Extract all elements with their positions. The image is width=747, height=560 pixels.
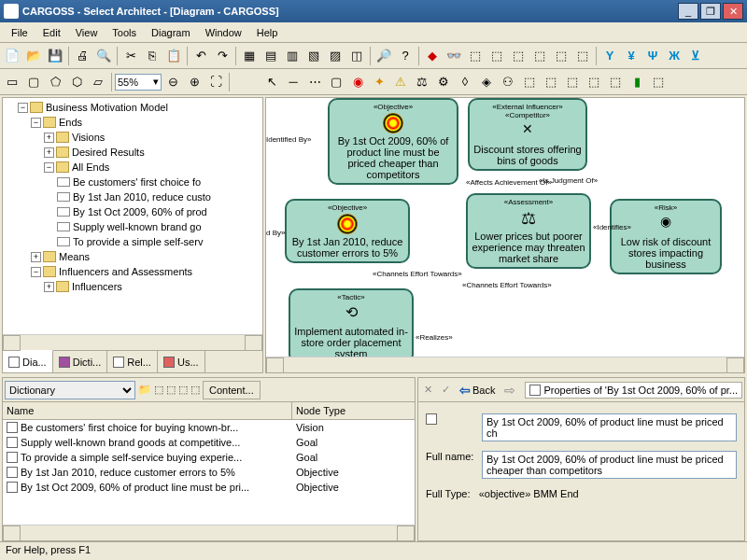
tree-infl[interactable]: Influencers and Assessments: [59, 264, 192, 279]
y1-icon[interactable]: Y: [599, 46, 620, 66]
ic5-icon[interactable]: ⬚: [519, 72, 540, 92]
pointer-icon[interactable]: ↖: [261, 72, 282, 92]
y5-icon[interactable]: ⊻: [685, 46, 706, 66]
zoom-combo[interactable]: 55%▾: [115, 74, 162, 91]
ic11-icon[interactable]: ⬚: [648, 72, 669, 92]
expand-icon[interactable]: +: [44, 147, 54, 158]
shape1-icon[interactable]: ▭: [2, 72, 22, 92]
node-tactic[interactable]: «Tactic» Implement automated in-store or…: [289, 288, 414, 364]
node-assessment[interactable]: «Assessment» Lower prices but poorer exp…: [466, 193, 591, 269]
help-icon[interactable]: ?: [395, 46, 416, 66]
t3-icon[interactable]: ▥: [282, 46, 303, 66]
ic3-icon[interactable]: ◈: [476, 72, 497, 92]
tree-allends[interactable]: All Ends: [72, 160, 109, 175]
name-field[interactable]: By 1st Oct 2009, 60% of product line mus…: [482, 413, 737, 441]
ic8-icon[interactable]: ⬚: [584, 72, 604, 92]
cut-icon[interactable]: ✂: [120, 46, 141, 66]
sort3-icon[interactable]: ⬚: [178, 384, 188, 396]
sort1-icon[interactable]: ⬚: [154, 384, 163, 396]
money-icon[interactable]: ▮: [627, 72, 647, 92]
tab-relations[interactable]: Rel...: [107, 351, 158, 372]
open-icon[interactable]: 📂: [23, 46, 44, 66]
scrollbar-h[interactable]: [3, 525, 415, 540]
node-risk[interactable]: «Risk» Low risk of discount stores impac…: [610, 199, 722, 274]
expand-icon[interactable]: −: [18, 103, 28, 113]
g4-icon[interactable]: ⬚: [486, 46, 507, 66]
cancel-icon[interactable]: ✕: [420, 383, 436, 397]
tab-usages[interactable]: Us...: [158, 351, 205, 372]
tree-item[interactable]: By 1st Oct 2009, 60% of prod: [73, 204, 207, 219]
scales-icon[interactable]: ⚖: [412, 72, 432, 92]
dict-row[interactable]: To provide a simple self-service buying …: [3, 450, 415, 465]
expand-icon[interactable]: +: [44, 133, 54, 143]
zoomin-icon[interactable]: ⊕: [184, 72, 204, 92]
save-icon[interactable]: 💾: [45, 46, 65, 66]
g8-icon[interactable]: ⬚: [572, 46, 593, 66]
tree-root[interactable]: Business Motivation Model: [46, 100, 168, 115]
shape4-icon[interactable]: ⬡: [66, 72, 87, 92]
back-button[interactable]: ⇦Back: [456, 382, 499, 399]
undo-icon[interactable]: ↶: [190, 46, 211, 66]
expand-icon[interactable]: −: [31, 118, 41, 128]
tree-item[interactable]: Supply well-known brand go: [73, 219, 202, 234]
note-icon[interactable]: ▢: [326, 72, 346, 92]
folder-icon[interactable]: 📁: [138, 384, 151, 396]
y2-icon[interactable]: ¥: [621, 46, 641, 66]
target-icon[interactable]: ◉: [347, 72, 368, 92]
ic1-icon[interactable]: ⚙: [433, 72, 454, 92]
sort2-icon[interactable]: ⬚: [166, 384, 176, 396]
dict-scope-combo[interactable]: Dictionary: [5, 381, 135, 399]
scrollbar-h[interactable]: [266, 357, 744, 372]
ic9-icon[interactable]: ⬚: [605, 72, 626, 92]
menu-help[interactable]: Help: [249, 25, 286, 40]
t4-icon[interactable]: ▧: [303, 46, 324, 66]
conn2-icon[interactable]: ⋯: [304, 72, 325, 92]
ic7-icon[interactable]: ⬚: [562, 72, 583, 92]
menu-diagram[interactable]: Diagram: [144, 25, 198, 40]
ic6-icon[interactable]: ⬚: [541, 72, 561, 92]
tree-item[interactable]: By 1st Jan 2010, reduce custo: [73, 189, 211, 204]
tab-dictionary[interactable]: Dicti...: [53, 351, 108, 372]
col-type[interactable]: Node Type: [292, 402, 415, 419]
dict-row[interactable]: Supply well-known brand goods at competi…: [3, 435, 415, 450]
dict-row[interactable]: By 1st Jan 2010, reduce customer errors …: [3, 465, 415, 480]
star-icon[interactable]: ✦: [369, 72, 389, 92]
expand-icon[interactable]: −: [44, 162, 54, 173]
expand-icon[interactable]: +: [31, 252, 41, 262]
node-external[interactable]: «External Influencer» «Competitor» Disco…: [468, 98, 587, 171]
tree-ends[interactable]: Ends: [59, 115, 82, 130]
dict-grid[interactable]: Name Node Type Be customers' first choic…: [3, 402, 415, 525]
fullname-field[interactable]: By 1st Oct 2009, 60% of product line mus…: [482, 451, 737, 479]
t1-icon[interactable]: ▦: [239, 46, 260, 66]
shape3-icon[interactable]: ⬠: [45, 72, 65, 92]
y3-icon[interactable]: Ψ: [642, 46, 663, 66]
scrollbar-h[interactable]: [3, 334, 262, 350]
new-icon[interactable]: 📄: [2, 46, 22, 66]
model-tree[interactable]: −Business Motivation Model −Ends +Vision…: [3, 98, 262, 334]
preview-icon[interactable]: 🔍: [93, 46, 114, 66]
g5-icon[interactable]: ⬚: [508, 46, 529, 66]
menu-window[interactable]: Window: [198, 25, 249, 40]
g7-icon[interactable]: ⬚: [551, 46, 571, 66]
minimize-button[interactable]: _: [678, 3, 698, 20]
g3-icon[interactable]: ⬚: [465, 46, 486, 66]
zoomfit-icon[interactable]: ⛶: [205, 72, 226, 92]
print-icon[interactable]: 🖨: [72, 46, 92, 66]
col-name[interactable]: Name: [3, 402, 292, 419]
shape2-icon[interactable]: ▢: [23, 72, 44, 92]
tree-item[interactable]: To provide a simple self-serv: [73, 234, 203, 249]
tree-item[interactable]: Be customers' first choice fo: [73, 175, 201, 189]
tree-visions[interactable]: Visions: [72, 130, 105, 145]
tree-means[interactable]: Means: [59, 249, 90, 264]
accept-icon[interactable]: ✓: [438, 383, 454, 397]
zoomout-icon[interactable]: ⊖: [162, 72, 183, 92]
content-button[interactable]: Content...: [203, 381, 261, 399]
maximize-button[interactable]: ❐: [700, 3, 721, 20]
menu-view[interactable]: View: [68, 25, 106, 40]
t6-icon[interactable]: ◫: [346, 46, 367, 66]
g6-icon[interactable]: ⬚: [529, 46, 550, 66]
find-icon[interactable]: 🔎: [374, 46, 394, 66]
menu-edit[interactable]: Edit: [35, 25, 68, 40]
node-objective-2[interactable]: «Objective» By 1st Jan 2010, reduce cust…: [285, 199, 410, 263]
tree-desired[interactable]: Desired Results: [72, 145, 145, 160]
